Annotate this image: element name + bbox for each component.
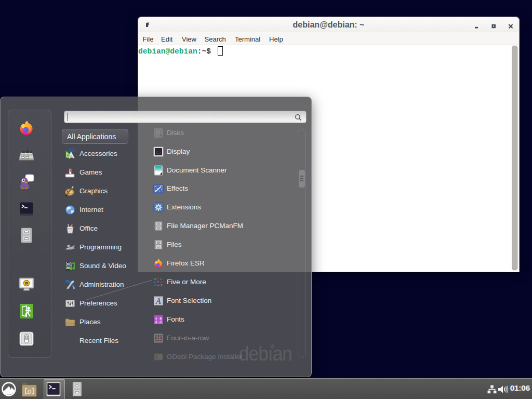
svg-text:A: A (155, 297, 162, 305)
svg-text:a: a (155, 318, 157, 324)
svg-text:D: D (28, 389, 32, 395)
svg-text:a: a (159, 318, 162, 324)
